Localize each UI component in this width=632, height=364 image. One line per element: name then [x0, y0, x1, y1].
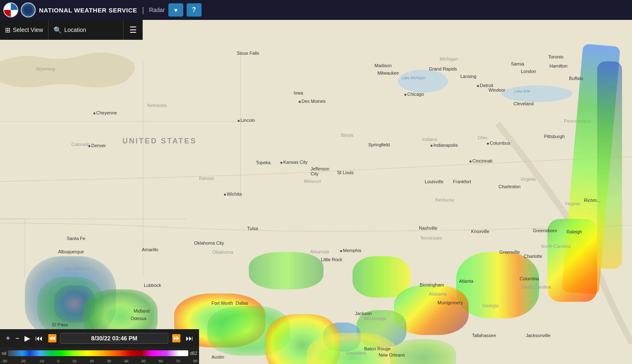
- zoom-out-button[interactable]: −: [14, 335, 22, 342]
- tick-8: 40: [124, 359, 128, 363]
- legend-gradient: [8, 350, 188, 356]
- site-title: NATIONAL WEATHER SERVICE: [39, 7, 137, 14]
- skip-forward-button[interactable]: ⏭: [184, 335, 195, 342]
- tick-12: 80: [193, 359, 197, 363]
- select-view-label: Select View: [13, 27, 43, 33]
- fast-forward-button[interactable]: ⏩: [170, 335, 182, 342]
- help-button[interactable]: ?: [187, 3, 202, 17]
- tick-2: -20: [20, 359, 26, 363]
- playback-bar: + − ▶ ⏮ ⏪ 8/30/22 03:46 PM ⏩ ⏭: [0, 329, 199, 347]
- location-button[interactable]: 🔍 Location: [49, 20, 123, 40]
- menu-button[interactable]: ☰: [123, 20, 143, 40]
- timestamp-display: 8/30/22 03:46 PM: [60, 333, 168, 344]
- play-button[interactable]: ▶: [23, 335, 32, 342]
- legend-bar: nd dBZ: [0, 347, 199, 359]
- tick-9: 50: [141, 359, 146, 363]
- tick-3: -10: [39, 359, 44, 363]
- tick-1: -30: [2, 359, 7, 363]
- layers-icon: ⊞: [5, 26, 10, 34]
- header: NATIONAL WEATHER SERVICE | Radar ▾ ?: [0, 0, 632, 20]
- nd-label: nd: [2, 351, 6, 356]
- tick-5: 10: [73, 359, 77, 363]
- tick-6: 20: [90, 359, 94, 363]
- map[interactable]: Lake Michigan Lake Erie UNITED STATES Mi…: [0, 20, 632, 364]
- logo-area: [3, 2, 36, 17]
- noaa-logo: [3, 2, 18, 17]
- header-divider: |: [142, 6, 144, 15]
- location-label: Location: [64, 27, 86, 33]
- svg-text:UNITED STATES: UNITED STATES: [122, 137, 197, 145]
- svg-text:Lake Michigan: Lake Michigan: [401, 76, 425, 80]
- svg-text:Pennsylvania: Pennsylvania: [564, 119, 591, 124]
- tick-11: 70: [176, 359, 180, 363]
- legend-ticks: -30 -20 -10 0 10 20 30 40 50 60 70 80: [0, 359, 199, 363]
- svg-text:Michigan: Michigan: [440, 56, 458, 61]
- search-icon: 🔍: [53, 26, 62, 34]
- toolbar: ⊞ Select View 🔍 Location ☰: [0, 20, 143, 40]
- radar-label: Radar: [149, 7, 165, 13]
- controls-panel: + − ▶ ⏮ ⏪ 8/30/22 03:46 PM ⏩ ⏭ nd dBZ -3…: [0, 329, 199, 364]
- svg-text:Lake Erie: Lake Erie: [514, 89, 530, 93]
- skip-back-button[interactable]: ⏮: [34, 335, 44, 342]
- svg-point-1: [398, 70, 448, 93]
- dbz-label: dBZ: [190, 351, 197, 356]
- tick-4: 0: [57, 359, 59, 363]
- tick-10: 60: [159, 359, 163, 363]
- rewind-button[interactable]: ⏪: [46, 335, 58, 342]
- zoom-in-button[interactable]: +: [4, 335, 12, 342]
- dropdown-button[interactable]: ▾: [168, 3, 183, 17]
- tick-7: 30: [107, 359, 111, 363]
- svg-point-3: [502, 85, 572, 102]
- select-view-button[interactable]: ⊞ Select View: [0, 20, 49, 40]
- nws-logo: [21, 2, 36, 17]
- hamburger-icon: ☰: [129, 25, 137, 35]
